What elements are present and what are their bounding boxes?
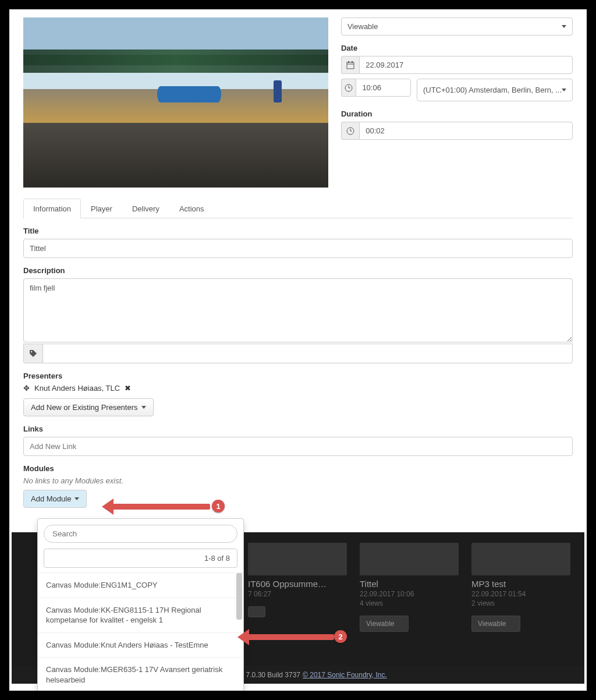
timezone-select[interactable]: (UTC+01:00) Amsterdam, Berlin, Bern, ... (417, 79, 573, 101)
module-search-input[interactable] (44, 525, 237, 543)
module-option[interactable]: Canvas Module:Knut Anders Høiaas - TestE… (38, 633, 243, 658)
description-input[interactable] (23, 278, 573, 342)
tab-information[interactable]: Information (23, 199, 81, 218)
tag-icon (23, 344, 42, 363)
caret-down-icon (562, 89, 566, 91)
remove-presenter-icon[interactable] (125, 384, 131, 393)
tabs: Information Player Delivery Actions (23, 198, 573, 218)
visibility-value: Viewable (347, 22, 378, 31)
links-input[interactable] (23, 437, 573, 456)
tab-actions[interactable]: Actions (169, 199, 214, 218)
description-label: Description (23, 266, 573, 275)
tab-delivery[interactable]: Delivery (122, 199, 169, 218)
module-count: 1-8 of 8 (44, 549, 237, 568)
module-dropdown: 1-8 of 8 Canvas Module:ENG1M1_COPY Canva… (37, 518, 244, 693)
add-presenter-button[interactable]: Add New or Existing Presenters (23, 398, 154, 416)
time-input[interactable] (356, 79, 411, 97)
move-icon[interactable] (23, 384, 30, 393)
annotation-arrow-1 (111, 504, 210, 510)
scrollbar-thumb[interactable] (236, 573, 242, 620)
module-option[interactable]: Canvas Module:MGER635-1 17V Avansert ger… (38, 657, 243, 692)
modules-empty-text: No links to any Modules exist. (23, 476, 573, 485)
svg-rect-0 (347, 62, 354, 69)
add-presenter-label: Add New or Existing Presenters (31, 403, 138, 412)
caret-down-icon (141, 406, 146, 409)
duration-label: Duration (341, 109, 573, 118)
tags-input[interactable] (42, 344, 573, 363)
annotation-badge-1: 1 (212, 500, 225, 512)
timezone-value: (UTC+01:00) Amsterdam, Berlin, Bern, ... (423, 86, 562, 94)
clock-icon (341, 122, 359, 140)
links-label: Links (23, 425, 573, 433)
presenters-label: Presenters (23, 372, 573, 380)
title-input[interactable] (23, 239, 573, 258)
title-label: Title (23, 227, 573, 235)
add-module-button[interactable]: Add Module (23, 490, 87, 508)
clock-icon (341, 79, 356, 97)
caret-down-icon (562, 25, 566, 28)
tab-player[interactable]: Player (81, 199, 122, 218)
video-thumbnail (23, 17, 328, 188)
modules-label: Modules (23, 464, 573, 473)
svg-point-10 (31, 351, 32, 352)
annotation-arrow-2 (247, 634, 334, 640)
calendar-icon (341, 56, 359, 74)
date-label: Date (341, 44, 573, 52)
module-option[interactable]: Canvas Module:KK-ENG8115-1 17H Regional … (38, 598, 243, 633)
module-option[interactable]: Canvas Module:ENG1M1_COPY (38, 573, 243, 598)
date-input[interactable] (359, 56, 573, 74)
footer-copyright-link[interactable]: © 2017 Sonic Foundry, Inc. (303, 671, 387, 679)
add-module-label: Add Module (31, 494, 71, 503)
caret-down-icon (74, 497, 79, 500)
visibility-select[interactable]: Viewable (341, 17, 573, 36)
duration-input[interactable] (359, 122, 573, 140)
annotation-badge-2: 2 (334, 630, 347, 643)
presenter-name: Knut Anders Høiaas, TLC (34, 384, 120, 393)
